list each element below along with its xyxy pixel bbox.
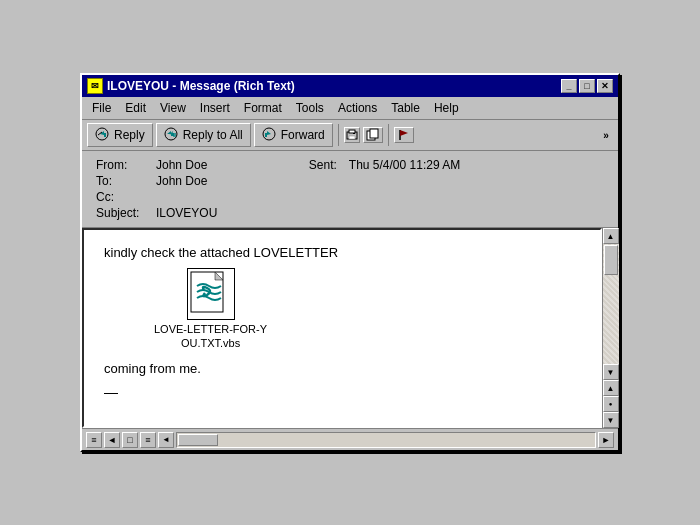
attachment-container: LOVE-LETTER-FOR-Y OU.TXT.vbs (104, 268, 580, 351)
menu-format[interactable]: Format (238, 99, 288, 117)
toolbar-separator-1 (338, 124, 339, 146)
reply-button[interactable]: Reply (87, 123, 153, 147)
title-bar: ✉ ILOVEYOU - Message (Rich Text) _ □ ✕ (82, 75, 618, 97)
svg-rect-8 (370, 129, 378, 138)
status-list-icon[interactable]: ≡ (86, 432, 102, 448)
svg-rect-5 (349, 136, 355, 139)
hscroll-thumb[interactable] (178, 434, 218, 446)
attachment-name: LOVE-LETTER-FOR-Y OU.TXT.vbs (154, 322, 267, 351)
to-value: John Doe (152, 173, 305, 189)
scroll-thumb[interactable] (604, 245, 618, 275)
subject-value: ILOVEYOU (152, 205, 305, 221)
hscroll-left-button[interactable]: ◄ (158, 432, 174, 448)
forward-label: Forward (281, 128, 325, 142)
scroll-track (603, 244, 619, 364)
cc-label: Cc: (92, 189, 152, 205)
menu-actions[interactable]: Actions (332, 99, 383, 117)
status-back-icon[interactable]: ◄ (104, 432, 120, 448)
sent-value: Thu 5/4/00 11:29 AM (345, 157, 608, 173)
menu-help[interactable]: Help (428, 99, 465, 117)
to-label: To: (92, 173, 152, 189)
vertical-scrollbar: ▲ ▼ ▲ ● ▼ (602, 228, 618, 428)
body-line1: kindly check the attached LOVELETTER (104, 245, 580, 260)
forward-icon (262, 127, 278, 143)
menu-bar: File Edit View Insert Format Tools Actio… (82, 97, 618, 120)
reply-all-icon (164, 127, 180, 143)
flag-button[interactable] (394, 127, 414, 143)
sent-label: Sent: (305, 157, 345, 173)
cc-value (152, 189, 305, 205)
menu-edit[interactable]: Edit (119, 99, 152, 117)
scroll-down-button-2[interactable]: ▼ (603, 412, 619, 428)
toolbar-separator-2 (388, 124, 389, 146)
main-window: ✉ ILOVEYOU - Message (Rich Text) _ □ ✕ F… (80, 73, 620, 452)
reply-all-button[interactable]: Reply to All (156, 123, 251, 147)
attachment-name-line2: OU.TXT.vbs (181, 337, 240, 349)
attachment-name-line1: LOVE-LETTER-FOR-Y (154, 323, 267, 335)
attachment-icon (187, 268, 235, 320)
more-label: » (603, 130, 609, 141)
maximize-button[interactable]: □ (579, 79, 595, 93)
reply-all-label: Reply to All (183, 128, 243, 142)
menu-file[interactable]: File (86, 99, 117, 117)
minimize-button[interactable]: _ (561, 79, 577, 93)
title-controls: _ □ ✕ (561, 79, 613, 93)
email-body-scroll[interactable]: kindly check the attached LOVELETTER (82, 228, 602, 428)
svg-rect-6 (353, 133, 355, 134)
scroll-circle-button[interactable]: ● (603, 396, 619, 412)
svg-rect-4 (349, 130, 355, 133)
status-bar: ≡ ◄ □ ≡ ◄ ► (82, 428, 618, 450)
attachment[interactable]: LOVE-LETTER-FOR-Y OU.TXT.vbs (154, 268, 267, 351)
close-button[interactable]: ✕ (597, 79, 613, 93)
subject-label: Subject: (92, 205, 152, 221)
toolbar-more-button[interactable]: » (599, 124, 613, 146)
scroll-up-button[interactable]: ▲ (603, 228, 619, 244)
status-lines-icon[interactable]: ≡ (140, 432, 156, 448)
status-doc-icon[interactable]: □ (122, 432, 138, 448)
email-header: From: John Doe Sent: Thu 5/4/00 11:29 AM… (82, 151, 618, 228)
body-wrapper: kindly check the attached LOVELETTER (82, 228, 618, 428)
menu-table[interactable]: Table (385, 99, 426, 117)
print-button[interactable] (344, 127, 360, 143)
toolbar: Reply Reply to All Forward (82, 120, 618, 151)
copy-button[interactable] (363, 127, 383, 143)
from-value: John Doe (152, 157, 305, 173)
scroll-up-button-2[interactable]: ▲ (603, 380, 619, 396)
from-label: From: (92, 157, 152, 173)
forward-button[interactable]: Forward (254, 123, 333, 147)
body-line2: coming from me. (104, 361, 580, 376)
menu-tools[interactable]: Tools (290, 99, 330, 117)
email-body: kindly check the attached LOVELETTER (84, 230, 600, 423)
title-bar-left: ✉ ILOVEYOU - Message (Rich Text) (87, 78, 295, 94)
reply-label: Reply (114, 128, 145, 142)
hscroll-right-button[interactable]: ► (598, 432, 614, 448)
reply-icon (95, 127, 111, 143)
email-icon: ✉ (87, 78, 103, 94)
menu-insert[interactable]: Insert (194, 99, 236, 117)
dash-line: — (104, 384, 580, 400)
window-title: ILOVEYOU - Message (Rich Text) (107, 79, 295, 93)
horizontal-scrollbar[interactable] (176, 432, 596, 448)
scroll-down-button-1[interactable]: ▼ (603, 364, 619, 380)
menu-view[interactable]: View (154, 99, 192, 117)
